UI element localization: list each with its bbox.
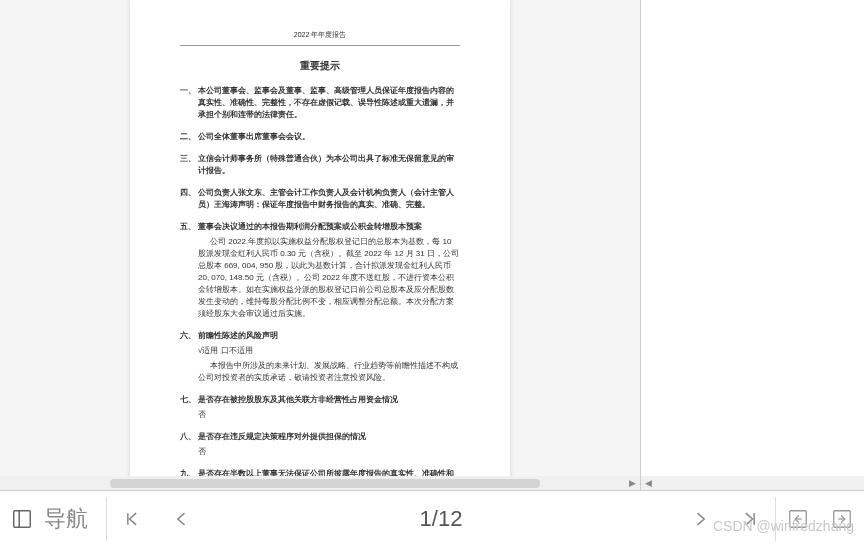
section-heading: 是否存在违反规定决策程序对外提供担保的情况 [198, 431, 460, 443]
chevron-left-icon [172, 509, 192, 529]
section-heading: 是否存在被控股股东及其他关联方非经营性占用资金情况 [198, 394, 460, 406]
section-heading: 立信会计师事务所（特殊普通合伙）为本公司出具了标准无保留意见的审计报告。 [198, 153, 460, 177]
next-page-button[interactable] [675, 491, 725, 546]
section-body: 本报告中所涉及的未来计划、发展战略、行业趋势等前瞻性描述不构成公司对投资者的实质… [198, 360, 460, 384]
sidebar-icon [11, 508, 33, 530]
section-heading: 公司全体董事出席董事会会议。 [198, 131, 460, 143]
scrollbar-left-arrow-icon[interactable]: ◀ [645, 478, 652, 488]
horizontal-scrollbar[interactable]: ▶ [0, 476, 640, 490]
side-panel: ◀ [640, 0, 864, 490]
previous-page-button[interactable] [157, 491, 207, 546]
navigation-panel-button[interactable] [0, 491, 44, 546]
section-heading: 本公司董事会、监事会及董事、监事、高级管理人员保证年度报告内容的真实性、准确性、… [198, 85, 460, 121]
document-viewer: 2022 年年度报告 重要提示 一、本公司董事会、监事会及董事、监事、高级管理人… [0, 0, 640, 490]
box-arrow-left-icon [787, 508, 809, 530]
section-num: 四、 [180, 187, 198, 211]
section-num: 一、 [180, 85, 198, 121]
svg-rect-0 [14, 510, 31, 527]
back-button[interactable] [776, 491, 820, 546]
section-heading: 公司负责人张文东、主管会计工作负责人及会计机构负责人（会计主管人员）王海涛声明：… [198, 187, 460, 211]
section-num: 二、 [180, 131, 198, 143]
section-heading: 前瞻性陈述的风险声明 [198, 330, 460, 342]
section-num: 五、 [180, 221, 198, 233]
section-num: 八、 [180, 431, 198, 443]
section-num: 三、 [180, 153, 198, 177]
forward-button[interactable] [820, 491, 864, 546]
section-body: √适用 口不适用 [198, 345, 460, 357]
section-body: 否 [198, 446, 460, 458]
page-title: 重要提示 [180, 58, 460, 73]
chevron-right-icon [690, 509, 710, 529]
section-num: 七、 [180, 394, 198, 406]
last-page-button[interactable] [725, 491, 775, 546]
first-page-button[interactable] [107, 491, 157, 546]
side-panel-scrollbar[interactable]: ◀ [641, 476, 864, 490]
page-running-header: 2022 年年度报告 [180, 30, 460, 46]
bottom-toolbar: 导航 1/12 [0, 490, 864, 546]
first-page-icon [122, 509, 142, 529]
section-body: 公司 2022 年度拟以实施权益分配股权登记日的总股本为基数，每 10 股派发现… [198, 236, 460, 320]
box-arrow-right-icon [831, 508, 853, 530]
section-body: 否 [198, 409, 460, 421]
page-indicator[interactable]: 1/12 [207, 506, 675, 532]
last-page-icon [740, 509, 760, 529]
scrollbar-right-arrow-icon[interactable]: ▶ [626, 478, 638, 488]
document-page: 2022 年年度报告 重要提示 一、本公司董事会、监事会及董事、监事、高级管理人… [130, 0, 510, 490]
section-heading: 董事会决议通过的本报告期利润分配预案或公积金转增股本预案 [198, 221, 460, 233]
section-num: 六、 [180, 330, 198, 342]
navigation-label[interactable]: 导航 [44, 504, 106, 534]
scrollbar-thumb[interactable] [110, 479, 540, 488]
